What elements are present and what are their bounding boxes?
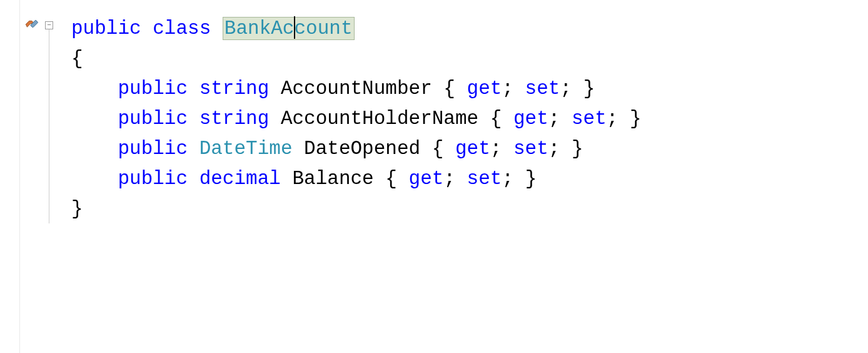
code-line[interactable]: { [71, 44, 868, 74]
code-line[interactable]: public DateTime DateOpened { get; set; } [71, 134, 868, 164]
code-line[interactable]: public string AccountNumber { get; set; … [71, 74, 868, 104]
keyword-set: set [467, 168, 502, 190]
type-decimal: decimal [199, 168, 281, 190]
property-name: AccountHolderName [281, 108, 478, 130]
code-line[interactable]: public class BankAccount [71, 14, 868, 44]
property-name: DateOpened [304, 138, 420, 160]
keyword-set: set [572, 108, 607, 130]
code-line[interactable]: public decimal Balance { get; set; } [71, 164, 868, 194]
property-name: Balance [293, 168, 374, 190]
code-line[interactable]: public string AccountHolderName { get; s… [71, 104, 868, 134]
text-cursor [294, 16, 295, 39]
keyword-get: get [409, 168, 444, 190]
keyword-public: public [118, 78, 188, 100]
type-string: string [199, 108, 270, 130]
keyword-class: class [153, 18, 211, 39]
brace-close: } [71, 198, 83, 220]
keyword-public: public [118, 168, 188, 190]
type-datetime: DateTime [199, 138, 293, 160]
keyword-public: public [118, 138, 188, 160]
code-line[interactable]: } [71, 194, 868, 224]
indicator-margin [0, 0, 20, 353]
keyword-get: get [455, 138, 490, 160]
keyword-set: set [525, 78, 560, 100]
keyword-public: public [118, 108, 188, 130]
keyword-get: get [513, 108, 548, 130]
type-string: string [199, 78, 270, 100]
keyword-set: set [513, 138, 548, 160]
class-name-highlighted[interactable]: BankAccount [223, 17, 355, 40]
brace-open: { [71, 48, 83, 69]
code-editor[interactable]: public class BankAccount{ public string … [20, 0, 868, 353]
property-name: AccountNumber [281, 78, 432, 100]
keyword-get: get [467, 78, 502, 100]
keyword-public: public [71, 18, 141, 39]
